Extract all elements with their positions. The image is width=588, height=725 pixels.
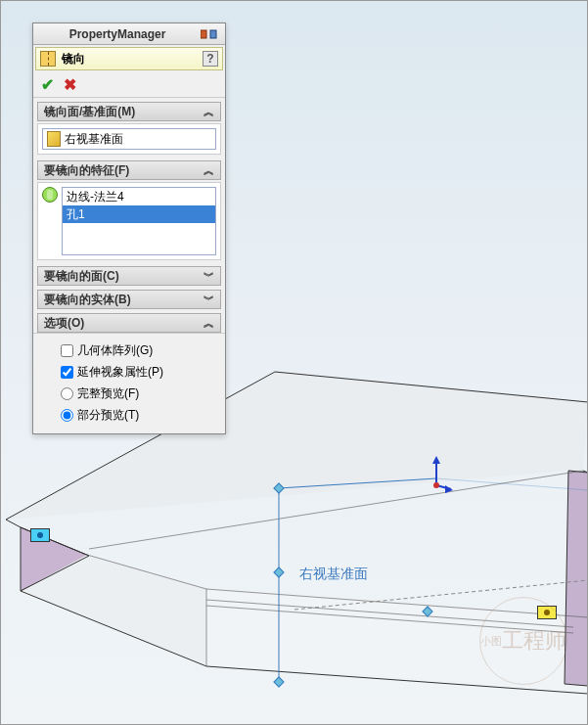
view-marker-cyan[interactable] xyxy=(30,528,50,542)
section-title: 要镜向的特征(F) xyxy=(44,162,129,179)
svg-line-16 xyxy=(583,471,588,473)
svg-marker-2 xyxy=(21,555,206,666)
opt-propagate[interactable]: 延伸视象属性(P) xyxy=(61,361,221,383)
svg-marker-3 xyxy=(206,588,588,686)
svg-line-17 xyxy=(206,600,573,627)
help-button[interactable]: ? xyxy=(203,51,218,67)
section-title: 镜向面/基准面(M) xyxy=(44,104,135,120)
mirror-face-field[interactable] xyxy=(65,132,211,146)
section-options[interactable]: 选项(O) ︽ xyxy=(37,313,221,333)
plane-handle[interactable] xyxy=(273,676,284,687)
feature-header: 镜向 ? xyxy=(35,47,223,70)
svg-marker-26 xyxy=(445,485,453,493)
view-marker-yellow[interactable] xyxy=(537,606,557,619)
svg-line-9 xyxy=(21,556,89,591)
pm-titlebar: PropertyManager xyxy=(33,23,225,45)
feature-item-selected[interactable]: 孔1 xyxy=(63,205,215,223)
svg-line-21 xyxy=(279,478,436,488)
propagate-checkbox[interactable] xyxy=(61,366,73,379)
opt-partial-preview[interactable]: 部分预览(T) xyxy=(61,404,221,426)
feature-name: 镜向 xyxy=(62,51,85,68)
mirror-icon xyxy=(40,51,56,67)
svg-line-14 xyxy=(87,555,206,589)
options-body: 几何体阵列(G) 延伸视象属性(P) 完整预览(F) 部分预览(T) xyxy=(33,333,225,433)
property-manager-panel: PropertyManager 镜向 ? ✔ ✖ 镜向面/基准面(M) ︽ 要镜… xyxy=(32,23,226,434)
chevron-up-icon: ︽ xyxy=(204,316,214,331)
plane-handle[interactable] xyxy=(273,566,284,577)
svg-line-18 xyxy=(206,606,573,633)
plane-handle[interactable] xyxy=(422,606,432,616)
section-features[interactable]: 要镜向的特征(F) ︽ xyxy=(37,160,221,180)
plane-label: 右视基准面 xyxy=(299,566,368,583)
feature-item[interactable]: 边线-法兰4 xyxy=(63,188,215,205)
ok-button[interactable]: ✔ xyxy=(41,75,54,94)
origin-triad xyxy=(424,456,453,495)
svg-line-10 xyxy=(21,591,206,666)
svg-point-27 xyxy=(433,482,439,488)
svg-marker-24 xyxy=(432,456,440,464)
feature-list-icon xyxy=(42,187,58,203)
section-bodies[interactable]: 要镜向的实体(B) ︾ xyxy=(37,290,221,309)
svg-line-13 xyxy=(206,589,588,617)
feature-list[interactable]: 边线-法兰4 孔1 xyxy=(62,187,216,255)
svg-line-7 xyxy=(6,520,21,527)
svg-rect-29 xyxy=(210,30,216,38)
opt-full-preview[interactable]: 完整预览(F) xyxy=(61,383,221,404)
svg-line-11 xyxy=(206,666,588,694)
chevron-down-icon: ︾ xyxy=(204,269,214,284)
features-body: 边线-法兰4 孔1 xyxy=(37,182,221,260)
svg-line-6 xyxy=(275,372,588,402)
section-faces[interactable]: 要镜向的面(C) ︾ xyxy=(37,266,221,286)
section-title: 选项(O) xyxy=(44,315,84,332)
section-mirror-face[interactable]: 镜向面/基准面(M) ︽ xyxy=(37,102,221,121)
plane-icon xyxy=(47,131,61,147)
svg-line-22 xyxy=(436,478,588,490)
mirror-face-input[interactable] xyxy=(42,128,216,150)
section-title: 要镜向的实体(B) xyxy=(44,292,131,308)
pm-title: PropertyManager xyxy=(37,27,198,41)
section-title: 要镜向的面(C) xyxy=(44,268,119,285)
mirror-face-body xyxy=(37,123,221,155)
opt-geometry-pattern[interactable]: 几何体阵列(G) xyxy=(61,340,221,361)
chevron-down-icon: ︾ xyxy=(204,293,214,307)
pin-icon[interactable] xyxy=(198,28,221,40)
geometry-pattern-checkbox[interactable] xyxy=(61,344,73,357)
full-preview-radio[interactable] xyxy=(61,387,73,400)
plane-handle[interactable] xyxy=(273,482,284,493)
chevron-up-icon: ︽ xyxy=(204,163,214,178)
svg-line-15 xyxy=(89,471,583,549)
action-row: ✔ ✖ xyxy=(33,72,225,98)
svg-marker-4 xyxy=(565,471,588,686)
cancel-button[interactable]: ✖ xyxy=(64,75,76,94)
chevron-up-icon: ︽ xyxy=(204,105,214,119)
partial-preview-radio[interactable] xyxy=(61,409,73,422)
svg-rect-28 xyxy=(201,30,206,38)
